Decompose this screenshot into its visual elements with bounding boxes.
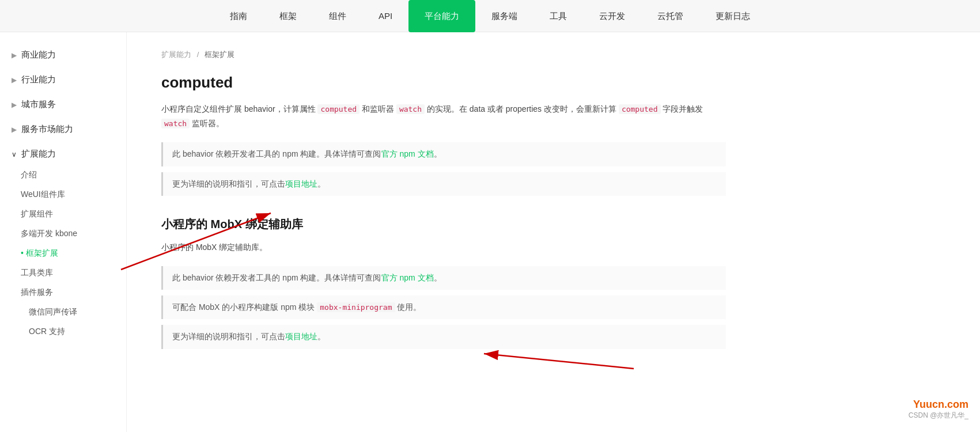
- sidebar-item-intro[interactable]: 介绍: [0, 165, 126, 185]
- sidebar-item-kbone[interactable]: 多端开发 kbone: [0, 224, 126, 244]
- section1-notice1: 此 behavior 依赖开发者工具的 npm 构建。具体详情可查阅官方 npm…: [161, 142, 726, 166]
- main-content: 扩展能力 / 框架扩展 computed 小程序自定义组件扩展 behavior…: [127, 32, 760, 432]
- section2-notice1: 此 behavior 依赖开发者工具的 npm 构建。具体详情可查阅官方 npm…: [161, 266, 726, 290]
- section2-notice1-link[interactable]: 官方 npm 文档: [381, 273, 434, 282]
- sidebar-group-market[interactable]: ▶ 服务市场能力: [0, 118, 126, 141]
- sidebar-item-ocr[interactable]: OCR 支持: [0, 322, 126, 342]
- section1-title: computed: [161, 74, 726, 92]
- computed-code2: computed: [619, 104, 661, 114]
- sidebar-group-label: 扩展能力: [21, 149, 56, 160]
- sidebar-item-extend-comp[interactable]: 扩展组件: [0, 204, 126, 224]
- notice1-link[interactable]: 官方 npm 文档: [381, 149, 434, 158]
- nav-item-changelog[interactable]: 更新日志: [699, 0, 766, 32]
- section2-notice3-text: 更为详细的说明和指引，可点击: [172, 332, 285, 341]
- nav-item-guide[interactable]: 指南: [214, 0, 263, 32]
- sidebar-section-city: ▶ 城市服务: [0, 93, 126, 116]
- sidebar-group-label: 服务市场能力: [21, 124, 73, 135]
- sidebar-section-commerce: ▶ 商业能力: [0, 44, 126, 66]
- chevron-icon: ▶: [12, 126, 17, 134]
- section2-notice3-link[interactable]: 项目地址: [285, 332, 317, 341]
- sidebar-group-city[interactable]: ▶ 城市服务: [0, 93, 126, 116]
- section2-notice2-end: 使用。: [397, 302, 421, 312]
- section1-notice2: 更为详细的说明和指引，可点击项目地址。: [161, 172, 726, 196]
- sidebar-section-extend: ∨ 扩展能力 介绍 WeUI组件库 扩展组件 多端开发 kbone 框架扩展 工…: [0, 143, 126, 342]
- sidebar-group-commerce[interactable]: ▶ 商业能力: [0, 44, 126, 66]
- main-layout: ▶ 商业能力 ▶ 行业能力 ▶ 城市服务 ▶ 服务市场能力 ∨: [0, 32, 980, 432]
- section2-notice3-end: 。: [317, 332, 326, 341]
- nav-item-cloud[interactable]: 云开发: [583, 0, 641, 32]
- sidebar-item-toolkit[interactable]: 工具类库: [0, 263, 126, 283]
- chevron-icon: ▶: [12, 101, 17, 109]
- top-navigation: 指南 框架 组件 API 平台能力 服务端 工具 云开发 云托管 更新日志: [0, 0, 980, 32]
- sidebar-item-weui[interactable]: WeUI组件库: [0, 185, 126, 204]
- section2-title: 小程序的 MobX 绑定辅助库: [161, 217, 726, 232]
- nav-item-cloudhost[interactable]: 云托管: [641, 0, 699, 32]
- sidebar-item-framework-extend[interactable]: 框架扩展: [0, 244, 126, 263]
- sidebar-item-translate[interactable]: 微信同声传译: [0, 302, 126, 322]
- sidebar-group-label: 商业能力: [21, 50, 56, 60]
- chevron-icon: ∨: [12, 150, 17, 158]
- sidebar-group-label: 城市服务: [21, 99, 56, 110]
- breadcrumb: 扩展能力 / 框架扩展: [161, 50, 726, 60]
- nav-item-api[interactable]: API: [362, 0, 408, 32]
- notice1-text: 此 behavior 依赖开发者工具的 npm 构建。具体详情可查阅: [172, 149, 381, 158]
- notice2-end: 。: [317, 179, 326, 188]
- breadcrumb-parent[interactable]: 扩展能力: [161, 50, 191, 59]
- nav-item-tools[interactable]: 工具: [533, 0, 583, 32]
- sidebar: ▶ 商业能力 ▶ 行业能力 ▶ 城市服务 ▶ 服务市场能力 ∨: [0, 32, 127, 432]
- chevron-icon: ▶: [12, 51, 17, 59]
- notice1-end: 。: [434, 149, 442, 158]
- section1-description: 小程序自定义组件扩展 behavior，计算属性 computed 和监听器 w…: [161, 102, 726, 131]
- section2-notice3: 更为详细的说明和指引，可点击项目地址。: [161, 325, 726, 348]
- sidebar-section-industry: ▶ 行业能力: [0, 69, 126, 91]
- breadcrumb-sep: /: [197, 50, 199, 59]
- section2-notice1-end: 。: [434, 273, 442, 282]
- section2-notice2-pre: 可配合 MobX 的小程序构建版 npm 模块: [172, 302, 315, 312]
- chevron-icon: ▶: [12, 76, 17, 84]
- section2-desc-text: 小程序的 MobX 绑定辅助库。: [161, 242, 267, 252]
- section2-description: 小程序的 MobX 绑定辅助库。: [161, 240, 726, 255]
- sidebar-group-label: 行业能力: [21, 74, 56, 85]
- breadcrumb-current: 框架扩展: [205, 50, 234, 59]
- nav-item-server[interactable]: 服务端: [475, 0, 533, 32]
- sidebar-group-industry[interactable]: ▶ 行业能力: [0, 69, 126, 91]
- nav-item-platform[interactable]: 平台能力: [408, 0, 475, 32]
- nav-item-component[interactable]: 组件: [313, 0, 362, 32]
- sidebar-item-plugin[interactable]: 插件服务: [0, 283, 126, 302]
- section2-notice1-text: 此 behavior 依赖开发者工具的 npm 构建。具体详情可查阅: [172, 273, 381, 282]
- notice2-text: 更为详细的说明和指引，可点击: [172, 179, 285, 188]
- watch-code1: watch: [396, 104, 425, 114]
- sidebar-group-extend[interactable]: ∨ 扩展能力: [0, 143, 126, 165]
- watch-code2: watch: [161, 119, 190, 128]
- computed-code1: computed: [317, 104, 360, 114]
- nav-item-framework[interactable]: 框架: [263, 0, 313, 32]
- notice2-link[interactable]: 项目地址: [285, 179, 317, 188]
- sidebar-section-market: ▶ 服务市场能力: [0, 118, 126, 141]
- mobx-code: mobx-miniprogram: [317, 302, 395, 312]
- section2-notice2: 可配合 MobX 的小程序构建版 npm 模块 mobx-miniprogram…: [161, 295, 726, 319]
